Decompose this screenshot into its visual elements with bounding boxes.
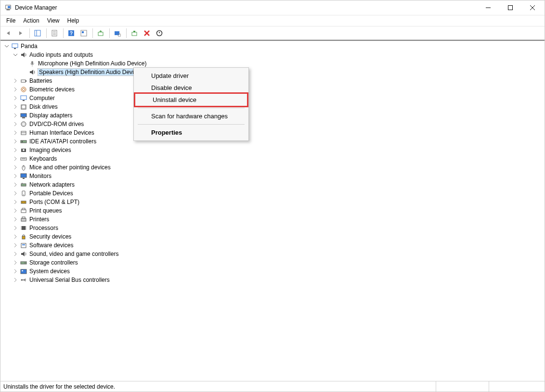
tree-category[interactable]: Keyboards — [1, 154, 545, 163]
expander-closed-icon[interactable] — [12, 190, 19, 197]
expander-closed-icon[interactable] — [12, 268, 19, 275]
expander-closed-icon[interactable] — [12, 181, 19, 188]
tree-category-label: Human Interface Devices — [29, 129, 94, 136]
disable-button[interactable] — [154, 27, 165, 39]
toolbar-separator — [63, 28, 64, 38]
svg-rect-62 — [22, 217, 25, 218]
forward-button[interactable] — [15, 27, 26, 39]
ctx-update-driver[interactable]: Update driver — [134, 70, 248, 82]
statusbar: Uninstalls the driver for the selected d… — [0, 381, 545, 392]
scan-hardware-button[interactable] — [112, 27, 123, 39]
expander-closed-icon[interactable] — [12, 138, 19, 145]
svg-rect-28 — [21, 80, 26, 82]
svg-point-39 — [23, 124, 25, 125]
expander-closed-icon[interactable] — [12, 77, 19, 84]
expander-closed-icon[interactable] — [12, 216, 19, 223]
expander-closed-icon[interactable] — [12, 199, 19, 205]
help-button[interactable]: ? — [65, 27, 77, 39]
tree-category[interactable]: Network adapters — [1, 180, 545, 189]
expander-closed-icon[interactable] — [12, 129, 19, 136]
expander-closed-icon[interactable] — [12, 225, 19, 231]
minimize-button[interactable] — [477, 0, 499, 15]
tree-category[interactable]: Security devices — [1, 232, 545, 241]
expander-closed-icon[interactable] — [12, 242, 19, 249]
tree-category[interactable]: Ports (COM & LPT) — [1, 198, 545, 206]
expander-closed-icon[interactable] — [12, 251, 19, 257]
update-driver-button[interactable] — [95, 27, 106, 39]
ctx-properties[interactable]: Properties — [134, 126, 248, 139]
menu-action[interactable]: Action — [19, 16, 43, 25]
expander-closed-icon[interactable] — [12, 173, 19, 179]
tree-category[interactable]: Processors — [1, 224, 545, 232]
tree-category[interactable]: Software devices — [1, 241, 545, 250]
close-button[interactable] — [521, 0, 544, 15]
tree-category[interactable]: Biometric devices — [1, 85, 545, 94]
tree-category[interactable]: Monitors — [1, 172, 545, 180]
uninstall-button[interactable] — [141, 27, 153, 39]
window-controls — [477, 0, 544, 15]
expander-closed-icon[interactable] — [12, 121, 19, 127]
ctx-scan-hardware[interactable]: Scan for hardware changes — [134, 110, 248, 122]
expander-closed-icon[interactable] — [12, 164, 19, 171]
tree-root[interactable]: Panda — [1, 42, 545, 51]
tree-category[interactable]: IDE ATA/ATAPI controllers — [1, 137, 545, 146]
tree-category[interactable]: Universal Serial Bus controllers — [1, 276, 545, 284]
expander-closed-icon[interactable] — [12, 95, 19, 101]
expander-closed-icon[interactable] — [12, 233, 19, 240]
tree-category-label: DVD/CD-ROM drives — [29, 121, 84, 127]
tree-category-label: Batteries — [29, 77, 52, 84]
tree-item-speakers[interactable]: Speakers (High Definition Audio Devi — [1, 68, 545, 76]
tree-category[interactable]: System devices — [1, 267, 545, 276]
show-hide-tree-button[interactable] — [32, 27, 43, 39]
properties-button[interactable] — [49, 27, 60, 39]
app-icon — [4, 4, 12, 12]
tree-category[interactable]: Print queues — [1, 206, 545, 215]
expander-closed-icon[interactable] — [12, 277, 19, 283]
tree-item-microphone[interactable]: Microphone (High Definition Audio Device… — [1, 59, 545, 68]
tree-category[interactable]: DVD/CD-ROM drives — [1, 120, 545, 128]
expander-closed-icon[interactable] — [12, 147, 19, 153]
expander-closed-icon[interactable] — [12, 259, 19, 266]
maximize-button[interactable] — [499, 0, 521, 15]
enable-button[interactable] — [129, 27, 140, 39]
menu-view[interactable]: View — [43, 16, 64, 25]
category-icon — [20, 250, 27, 258]
category-icon — [20, 224, 27, 232]
category-icon — [20, 198, 27, 206]
tree-category[interactable]: Storage controllers — [1, 258, 545, 267]
tree-category[interactable]: Computer — [1, 94, 545, 102]
device-tree[interactable]: Panda Audio inputs and outputs Microphon… — [0, 40, 545, 381]
expander-open-icon[interactable] — [3, 43, 10, 50]
action-button[interactable] — [78, 27, 90, 39]
expander-closed-icon[interactable] — [12, 103, 19, 110]
tree-category[interactable]: Human Interface Devices — [1, 128, 545, 137]
tree-category[interactable]: Display adapters — [1, 111, 545, 120]
category-icon — [20, 112, 27, 119]
expander-open-icon[interactable] — [12, 51, 19, 58]
expander-closed-icon[interactable] — [12, 155, 19, 162]
tree-category[interactable]: Disk drives — [1, 102, 545, 111]
back-button[interactable] — [2, 27, 14, 39]
tree-category[interactable]: Mice and other pointing devices — [1, 163, 545, 172]
tree-category[interactable]: Printers — [1, 215, 545, 224]
menu-help[interactable]: Help — [64, 16, 83, 25]
menu-file[interactable]: File — [2, 16, 19, 25]
ctx-uninstall-device[interactable]: Uninstall device — [134, 92, 248, 107]
tree-category[interactable]: Imaging devices — [1, 146, 545, 154]
tree-category[interactable]: Sound, video and game controllers — [1, 250, 545, 258]
svg-rect-73 — [21, 269, 26, 274]
tree-category-label: Storage controllers — [29, 259, 78, 266]
speaker-icon — [20, 51, 27, 59]
ctx-separator — [138, 108, 245, 108]
tree-category[interactable]: Batteries — [1, 76, 545, 85]
tree-category-label: Security devices — [29, 233, 71, 240]
expander-closed-icon[interactable] — [12, 86, 19, 93]
expander-closed-icon[interactable] — [12, 112, 19, 119]
svg-rect-51 — [23, 178, 25, 179]
tree-category-audio[interactable]: Audio inputs and outputs — [1, 51, 545, 59]
tree-category-label: Keyboards — [29, 155, 57, 162]
tree-category-label: Disk drives — [29, 103, 58, 110]
category-icon — [20, 138, 27, 145]
expander-closed-icon[interactable] — [12, 207, 19, 214]
tree-category[interactable]: Portable Devices — [1, 189, 545, 198]
